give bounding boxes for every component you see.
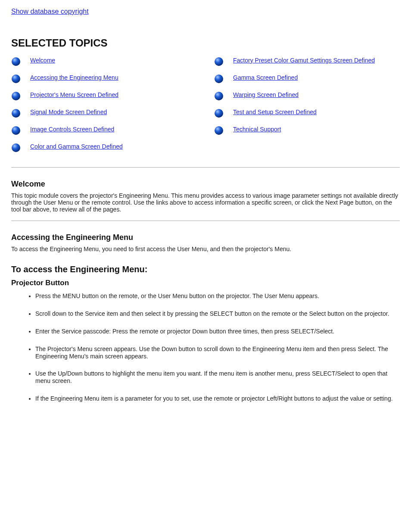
- toc-link[interactable]: Welcome: [30, 56, 55, 65]
- toc-item: Gamma Screen Defined: [214, 73, 400, 84]
- toc-link[interactable]: Image Controls Screen Defined: [30, 125, 114, 134]
- sphere-bullet-icon: [214, 57, 224, 66]
- welcome-body: This topic module covers the projector's…: [11, 192, 400, 213]
- toc-item: Color and Gamma Screen Defined: [11, 142, 197, 152]
- toc-item: Test and Setup Screen Defined: [214, 108, 400, 118]
- sphere-bullet-icon: [11, 91, 21, 101]
- toc-item: Accessing the Engineering Menu: [11, 73, 197, 84]
- toc-link[interactable]: Signal Mode Screen Defined: [30, 108, 107, 117]
- instruction-item: Enter the Service passcode: Press the re…: [35, 328, 400, 335]
- svg-point-10: [215, 126, 223, 135]
- toc-item: Warping Screen Defined: [214, 90, 400, 101]
- toc-link[interactable]: Projector's Menu Screen Defined: [30, 90, 118, 100]
- projector-button-heading: Projector Button: [11, 279, 400, 287]
- toc: WelcomeAccessing the Engineering MenuPro…: [11, 56, 400, 159]
- instruction-item: Press the MENU button on the remote, or …: [35, 292, 400, 300]
- toc-right-column: Factory Preset Color Gamut Settings Scre…: [214, 56, 400, 159]
- sphere-bullet-icon: [11, 109, 21, 118]
- toc-link[interactable]: Color and Gamma Screen Defined: [30, 142, 123, 151]
- toc-link[interactable]: Gamma Screen Defined: [233, 73, 298, 82]
- access-heading: Accessing the Engineering Menu: [11, 233, 400, 242]
- sphere-bullet-icon: [214, 109, 224, 118]
- svg-point-4: [12, 126, 20, 135]
- toc-item: Image Controls Screen Defined: [11, 125, 197, 135]
- svg-point-5: [12, 143, 20, 152]
- sphere-bullet-icon: [11, 57, 21, 66]
- sphere-bullet-icon: [11, 143, 21, 152]
- to-access-heading: To access the Engineering Menu:: [11, 264, 400, 274]
- svg-point-6: [215, 57, 223, 66]
- toc-link[interactable]: Factory Preset Color Gamut Settings Scre…: [233, 56, 375, 65]
- svg-point-9: [215, 109, 223, 118]
- toc-item: Factory Preset Color Gamut Settings Scre…: [214, 56, 400, 66]
- svg-point-7: [215, 75, 223, 83]
- instruction-item: Scroll down to the Service item and then…: [35, 310, 400, 317]
- separator: [11, 167, 400, 168]
- toc-link[interactable]: Technical Support: [233, 125, 281, 134]
- toc-left-column: WelcomeAccessing the Engineering MenuPro…: [11, 56, 197, 159]
- sphere-bullet-icon: [11, 126, 21, 135]
- toc-link[interactable]: Warping Screen Defined: [233, 90, 299, 100]
- svg-point-0: [12, 57, 20, 66]
- sphere-bullet-icon: [11, 74, 21, 84]
- page-title: SELECTED TOPICS: [11, 37, 400, 49]
- header: Show database copyright: [11, 8, 400, 16]
- svg-point-1: [12, 75, 20, 83]
- svg-point-3: [12, 109, 20, 118]
- instruction-item: The Projector's Menu screen appears. Use…: [35, 345, 400, 360]
- database-copyright-link[interactable]: Show database copyright: [11, 8, 89, 15]
- toc-link[interactable]: Accessing the Engineering Menu: [30, 73, 118, 82]
- svg-point-2: [12, 92, 20, 100]
- toc-item: Welcome: [11, 56, 197, 66]
- svg-point-8: [215, 92, 223, 100]
- instruction-item: Use the Up/Down buttons to highlight the…: [35, 370, 400, 385]
- instruction-list: Press the MENU button on the remote, or …: [11, 292, 400, 402]
- instruction-item: If the Engineering Menu item is a parame…: [35, 395, 400, 402]
- sphere-bullet-icon: [214, 74, 224, 84]
- access-body: To access the Engineering Menu, you need…: [11, 246, 400, 252]
- sphere-bullet-icon: [214, 126, 224, 135]
- separator: [11, 221, 400, 221]
- toc-item: Signal Mode Screen Defined: [11, 108, 197, 118]
- welcome-heading: Welcome: [11, 180, 400, 189]
- toc-item: Technical Support: [214, 125, 400, 135]
- toc-link[interactable]: Test and Setup Screen Defined: [233, 108, 317, 117]
- toc-item: Projector's Menu Screen Defined: [11, 90, 197, 101]
- sphere-bullet-icon: [214, 91, 224, 101]
